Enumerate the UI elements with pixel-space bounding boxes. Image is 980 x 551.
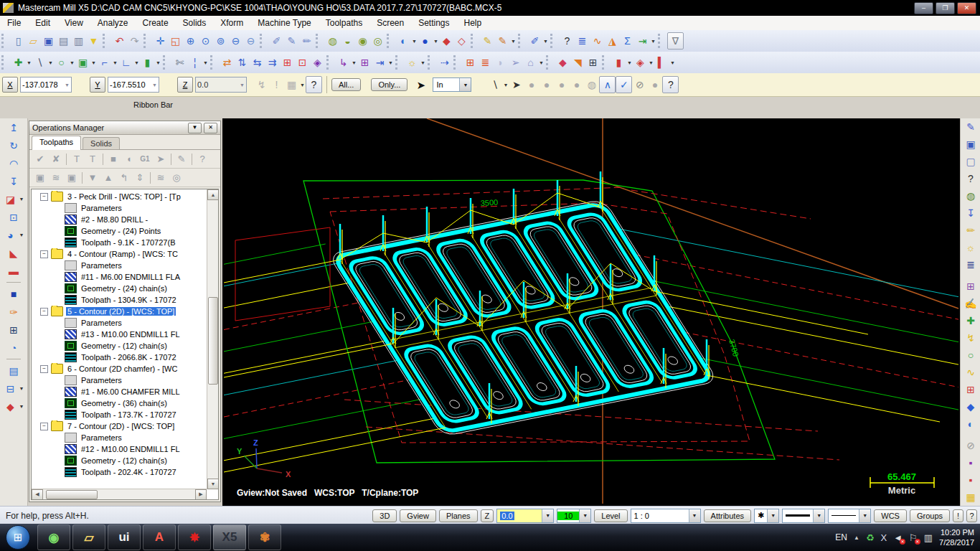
quick-circle-button[interactable]: ○: [963, 347, 979, 364]
quick-grid-button[interactable]: ⊞: [963, 381, 979, 398]
plane-wire-button[interactable]: ◇: [454, 33, 469, 49]
solid-grid-button[interactable]: ⊞: [6, 321, 22, 339]
erase-button[interactable]: ✏: [963, 222, 979, 239]
planes-button[interactable]: Planes: [439, 509, 478, 522]
dimension-button[interactable]: ⇢: [437, 55, 452, 70]
regen-selected-button[interactable]: T: [69, 151, 85, 167]
quick-point-button[interactable]: ↯: [963, 329, 979, 347]
create-arc-button[interactable]: ○: [54, 55, 69, 70]
attr-multi-pencil-button[interactable]: ✎: [495, 33, 510, 49]
create-fillet-button[interactable]: ⌐: [97, 55, 112, 70]
quick-polyline-button[interactable]: ∿: [963, 364, 979, 381]
z-depth-combo[interactable]: 0.0▼: [496, 509, 554, 523]
autocursor-power-icon[interactable]: ↯: [254, 77, 269, 93]
z-coord-field[interactable]: 0.0▼: [195, 77, 247, 93]
create-polyline-button-dropdown[interactable]: ▼: [133, 60, 140, 65]
solid-cube-button[interactable]: ■: [6, 286, 22, 303]
zoom-window-button[interactable]: ⊕: [183, 33, 198, 49]
select-disabled-2[interactable]: ●: [539, 77, 554, 93]
solid-layout-button[interactable]: ▤: [6, 362, 22, 380]
solid-loft-button[interactable]: ↧: [6, 173, 22, 190]
gview-globe-button[interactable]: ◐: [396, 33, 411, 49]
menu-screen[interactable]: Screen: [369, 17, 411, 29]
solid-boolean-button-dropdown[interactable]: ▼: [19, 232, 25, 237]
analyze-distance-button[interactable]: ?: [963, 170, 979, 187]
select-none-button[interactable]: ⊘: [632, 77, 647, 93]
ops-menu-dropdown-button[interactable]: ▼: [188, 123, 202, 133]
solid-shell-button[interactable]: ⊡: [6, 209, 22, 226]
xform-roll-button[interactable]: ↳: [336, 55, 351, 70]
surface-fin-button[interactable]: ◗: [493, 55, 508, 70]
select-line-button-dropdown[interactable]: ▼: [502, 83, 509, 88]
hidden-shade-button[interactable]: ◒: [340, 33, 355, 49]
exclaim-button[interactable]: !: [953, 509, 963, 522]
attr-pencil-button[interactable]: ✎: [480, 33, 495, 49]
tree-expander[interactable]: −: [40, 423, 48, 430]
scroll-down-button[interactable]: ▼: [207, 479, 219, 489]
solid-pattern-button[interactable]: ⊟: [3, 380, 19, 397]
xform-array-button[interactable]: ⊞: [357, 55, 372, 70]
solid-revolve-button[interactable]: ↻: [6, 137, 22, 154]
tray-expand-button[interactable]: ▲: [854, 534, 859, 541]
zoom-target-button[interactable]: ⊙: [198, 33, 213, 49]
solid-pattern-button-dropdown[interactable]: ▼: [19, 386, 25, 391]
post-button[interactable]: ➤: [153, 151, 169, 167]
start-button[interactable]: ⊞: [6, 525, 30, 550]
solids-cyl-button-dropdown[interactable]: ▼: [626, 60, 633, 65]
z-coord-dropdown[interactable]: ▼: [240, 83, 245, 88]
plane-solid-button[interactable]: ◆: [439, 33, 454, 49]
unblank-entity-button[interactable]: ✏: [299, 33, 314, 49]
lock-posting-button[interactable]: ▣: [64, 170, 80, 186]
break-points-button[interactable]: ¦: [187, 55, 202, 70]
operation-item-row[interactable]: Parameters: [32, 375, 207, 386]
level-button[interactable]: Level: [594, 509, 627, 522]
analyze-entity-button[interactable]: ?: [560, 33, 575, 49]
surface-arch-button[interactable]: ⌂: [523, 55, 538, 70]
surface-create1-button[interactable]: ◆: [555, 55, 570, 70]
surface-create2-button[interactable]: ◥: [570, 55, 585, 70]
operations-manager-titlebar[interactable]: Operations Manager ▼ ✕: [29, 121, 220, 135]
y-coord-label[interactable]: Y: [90, 77, 105, 93]
select-disabled-3[interactable]: ●: [554, 77, 569, 93]
tray-updater-icon[interactable]: ♻: [866, 532, 875, 543]
select-sphere-disabled[interactable]: ◍: [584, 77, 599, 93]
create-arc-button-dropdown[interactable]: ▼: [69, 60, 75, 65]
delete-filter-button[interactable]: ▼: [86, 33, 101, 49]
menu-create[interactable]: Create: [136, 17, 176, 29]
menu-solids[interactable]: Solids: [176, 17, 214, 29]
in-out-select[interactable]: In▼: [433, 77, 471, 92]
open-file-button[interactable]: ▱: [26, 33, 41, 49]
x-coord-label[interactable]: X: [2, 77, 18, 93]
analyze-stats-button[interactable]: Σ: [620, 33, 635, 49]
operation-item-row[interactable]: #12 - M10.00 ENDMILL1 FL: [32, 443, 207, 455]
solid-boolean-button[interactable]: ◕: [3, 227, 19, 244]
3d-button[interactable]: 3D: [372, 509, 397, 522]
title-bar[interactable]: Mastercam Mill X5 D:\CAD CAM CNC5\KHYONG…: [0, 0, 980, 16]
scroll-thumb[interactable]: [208, 297, 218, 385]
shade-settings-button[interactable]: ◍: [963, 187, 979, 204]
analyze-position-button[interactable]: ≣: [575, 33, 590, 49]
scroll-left-button[interactable]: ◀: [32, 489, 43, 500]
question-button[interactable]: ?: [966, 509, 977, 522]
operation-item-row[interactable]: Toolpath - 2066.8K - 17072: [32, 352, 207, 363]
select-all-ops-button[interactable]: ✔: [32, 151, 48, 167]
attributes-button[interactable]: Attributes: [704, 509, 751, 522]
solids-tower-button[interactable]: ▍: [654, 55, 669, 70]
xform-scale-button[interactable]: ⊡: [295, 55, 310, 70]
menu-xform[interactable]: Xform: [213, 17, 250, 29]
taskbar-explorer[interactable]: ▱: [72, 524, 105, 550]
solid-fillet-button[interactable]: ◪: [3, 191, 19, 208]
undo-button[interactable]: ↶: [112, 33, 127, 49]
operation-item-row[interactable]: Geometry - (36) chain(s): [32, 397, 207, 409]
move-down-button[interactable]: ▼: [85, 170, 100, 186]
operation-item-row[interactable]: Parameters: [32, 260, 207, 271]
create-fillet-button-dropdown[interactable]: ▼: [112, 60, 118, 65]
groups-button[interactable]: Groups: [910, 509, 950, 522]
xform-translate-button[interactable]: ⇄: [220, 55, 235, 70]
x-coord-dropdown[interactable]: ▼: [65, 83, 70, 88]
operation-item-row[interactable]: Geometry - (24) Points: [32, 225, 207, 237]
solids-shield-button-dropdown[interactable]: ▼: [648, 60, 654, 65]
quick-red-button[interactable]: ▪: [963, 471, 979, 489]
hide-entities-button[interactable]: ✍: [963, 295, 979, 312]
trim-break-button[interactable]: ✄: [172, 55, 187, 70]
